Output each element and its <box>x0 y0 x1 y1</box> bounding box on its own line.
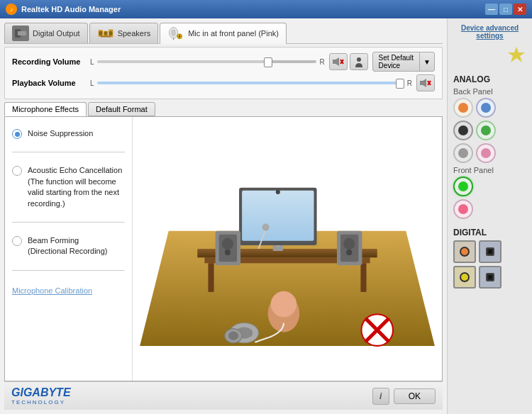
front-jack-pink-inner <box>458 204 468 214</box>
tab-microphone-effects[interactable]: Microphone Effects <box>4 102 87 116</box>
close-button[interactable]: ✕ <box>514 4 526 15</box>
default-format-label: Default Format <box>96 105 148 113</box>
person-icon <box>353 56 365 67</box>
recording-boost-button[interactable] <box>350 53 368 70</box>
effect-beam-forming: Beam Forming (Directional Recording) <box>12 235 125 257</box>
svg-point-37 <box>346 250 352 255</box>
recording-volume-slider-group: L R <box>90 58 325 66</box>
jack-blue-inner <box>481 103 491 113</box>
divider-1 <box>12 152 125 152</box>
jack-orange-inner <box>458 103 468 113</box>
back-jack-pink[interactable] <box>476 143 496 163</box>
tab-mic-front-label: Mic in at front panel (Pink) <box>188 29 279 38</box>
svg-rect-23 <box>208 263 214 292</box>
speakers-icon <box>97 26 114 40</box>
recording-mute-button[interactable] <box>329 53 348 70</box>
svg-point-15 <box>357 57 361 62</box>
coax-orange-inner <box>460 247 470 257</box>
svg-rect-8 <box>172 30 175 36</box>
echo-cancellation-radio[interactable] <box>12 166 22 176</box>
recording-vol-buttons <box>329 53 368 70</box>
digital-jack-coax-orange[interactable] <box>453 240 476 263</box>
svg-point-32 <box>222 238 233 250</box>
ok-button[interactable]: OK <box>394 388 436 404</box>
digital-jack-coax-yellow[interactable] <box>453 266 476 289</box>
bottom-bar: GIGABYTE TECHNOLOGY i OK <box>4 381 443 410</box>
realtek-star-icon <box>506 45 526 65</box>
device-advanced-settings-link[interactable]: Device advanced settings <box>453 24 526 40</box>
microphone-icon <box>167 26 184 41</box>
beam-forming-label: Beam Forming (Directional Recording) <box>28 235 108 257</box>
svg-rect-28 <box>242 191 314 241</box>
speakers-tab-icon <box>97 26 114 40</box>
microphone-calibration-link[interactable]: Microphone Calibration <box>12 286 125 295</box>
svg-point-6 <box>109 31 112 35</box>
digital-section: DIGITAL <box>453 228 526 291</box>
effect-noise-suppression: Noise Suppression <box>12 128 125 139</box>
front-panel-row-1 <box>453 177 526 196</box>
playback-vol-r: R <box>407 79 412 87</box>
noise-suppression-label: Noise Suppression <box>28 128 93 139</box>
svg-point-29 <box>276 190 280 194</box>
svg-point-4 <box>99 31 102 35</box>
gigabyte-logo: GIGABYTE <box>11 386 71 398</box>
digital-output-icon <box>12 26 29 41</box>
svg-rect-55 <box>489 276 492 279</box>
tab-speakers[interactable]: Speakers <box>89 23 158 43</box>
divider-2 <box>12 222 125 223</box>
set-default-arrow-icon: ▼ <box>420 58 434 66</box>
playback-vol-buttons <box>416 74 435 91</box>
back-panel-row-2 <box>453 121 526 140</box>
recording-vol-l: L <box>90 58 94 66</box>
noise-suppression-radio[interactable] <box>12 129 22 139</box>
playback-volume-label: Playback Volume <box>12 79 90 87</box>
divider-3 <box>12 270 125 271</box>
svg-point-45 <box>228 332 238 340</box>
front-jack-pink[interactable] <box>453 199 473 219</box>
svg-point-33 <box>225 250 231 255</box>
tabs-row: Digital Output Speakers <box>4 23 443 44</box>
mic-tab-icon <box>167 26 184 40</box>
front-jack-green[interactable] <box>453 177 473 196</box>
front-panel-title: Front Panel <box>453 166 526 174</box>
svg-marker-12 <box>336 57 339 66</box>
analog-section: ANALOG Back Panel <box>453 74 526 222</box>
tab-digital-output[interactable]: Digital Output <box>4 23 88 43</box>
jack-green-inner <box>481 125 491 135</box>
beam-forming-radio[interactable] <box>12 236 22 246</box>
svg-point-41 <box>262 224 270 231</box>
back-jack-orange[interactable] <box>453 98 473 118</box>
window-controls: — □ ✕ <box>485 4 526 15</box>
info-button[interactable]: i <box>372 388 389 405</box>
recording-volume-slider[interactable] <box>97 60 317 63</box>
digital-jack-optical-2[interactable] <box>479 266 501 289</box>
titlebar: ♪ Realtek HD Audio Manager — □ ✕ <box>0 0 532 18</box>
main-container: Digital Output Speakers <box>0 18 532 414</box>
back-jack-gray[interactable] <box>453 143 473 163</box>
recording-volume-row: Recording Volume L R <box>12 52 435 72</box>
digital-row-2 <box>453 266 526 289</box>
playback-mute-button[interactable] <box>416 74 435 91</box>
set-default-button[interactable]: Set DefaultDevice ▼ <box>372 52 435 72</box>
playback-volume-slider[interactable] <box>97 82 404 84</box>
jack-pink-inner <box>481 148 491 158</box>
back-jack-green[interactable] <box>476 121 496 140</box>
right-sidebar: Device advanced settings ANALOG Back Pan… <box>447 18 532 414</box>
svg-marker-17 <box>423 79 426 87</box>
back-jack-black[interactable] <box>453 121 473 140</box>
minimize-button[interactable]: — <box>485 4 498 15</box>
back-jack-blue[interactable] <box>476 98 496 118</box>
tab-default-format[interactable]: Default Format <box>88 102 155 116</box>
front-jack-green-inner <box>458 181 468 191</box>
svg-rect-11 <box>333 60 336 64</box>
content-panel: Noise Suppression Acoustic Echo Cancella… <box>4 116 443 381</box>
recording-volume-label: Recording Volume <box>12 57 90 66</box>
effects-panel: Noise Suppression Acoustic Echo Cancella… <box>5 117 133 381</box>
inner-tabs: Microphone Effects Default Format <box>4 102 443 116</box>
recording-vol-r: R <box>319 58 324 66</box>
svg-rect-52 <box>489 250 492 253</box>
maximize-button[interactable]: □ <box>499 4 512 15</box>
tab-mic-front[interactable]: Mic in at front panel (Pink) <box>160 23 287 44</box>
digital-jack-optical-1[interactable] <box>479 240 501 263</box>
playback-volume-row: Playback Volume L R <box>12 74 435 91</box>
